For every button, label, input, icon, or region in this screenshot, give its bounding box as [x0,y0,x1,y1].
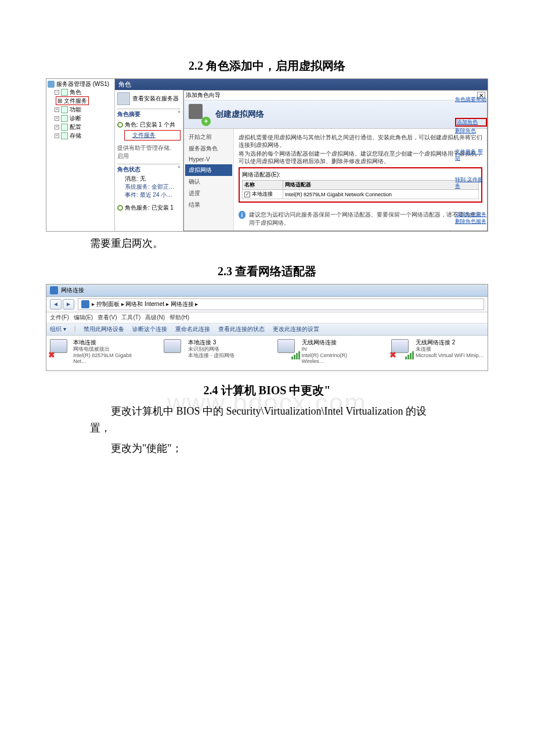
conn-status: 未识别的网络 [188,346,234,352]
tb-rename[interactable]: 重命名此连接 [175,325,210,333]
wizard-title: 添加角色向导 [186,91,221,99]
link-remove-role[interactable]: 删除角色 [455,128,487,134]
connection-item[interactable]: ✖无线网络连接 2未连接Microsoft Virtual WiFi Minip… [391,339,484,365]
wifi-bars-icon [405,351,414,359]
tb-change[interactable]: 更改此连接的设置 [273,325,319,333]
tree-features-label: 功能 [70,106,81,113]
conn-status: IN [302,346,370,352]
conn-adapter: Intel(R) Centrino(R) Wireles… [302,352,370,365]
breadcrumb[interactable]: ▸ 控制面板 ▸ 网络和 Internet ▸ 网络连接 ▸ [78,298,484,310]
tree-config[interactable]: +配置 [55,123,113,131]
link-add-role-service[interactable]: 添加角色服务 [455,211,487,218]
link-role-summary-help[interactable]: 角色摘要帮助 [455,96,487,103]
status-events[interactable]: 事件: 最近 24 小… [117,191,181,199]
connection-item[interactable]: 本地连接 3未识别的网络本地连接 - 虚拟网络 [164,339,257,365]
menu-edit[interactable]: 编辑(E) [74,314,93,322]
menu-file[interactable]: 文件(F) [50,314,69,322]
tb-status[interactable]: 查看此连接的状态 [218,325,265,333]
menu-view[interactable]: 查看(V) [98,314,117,322]
tb-organize[interactable]: 组织 ▾ [50,325,66,333]
tree-config-label: 配置 [70,123,81,131]
wizard-text-1: 虚拟机需要使用虚拟网络与其他计算机之间进行通信。安装此角色后，可以创建虚拟机并将… [239,134,482,149]
wizard-heading: 创建虚拟网络 [215,109,264,120]
body-2-4-a: 更改计算机中 BIOS 中的 Security\Virtualization\I… [0,403,534,437]
status-services[interactable]: 系统服务: 全部正… [117,183,181,191]
conn-title: 本地连接 [73,339,143,346]
add-role-wizard: 添加角色向导 ✕ + 创建虚拟网络 开始之前 服务器角色 Hyper-V 虚拟网… [183,90,488,231]
role-status-title: 角色状态 [117,166,140,172]
conn-adapter: 本地连接 - 虚拟网络 [188,352,234,359]
roles-header-bar: 角色 [115,79,488,90]
tree-roles[interactable]: −角色 [55,88,113,96]
tb-diagnose[interactable]: 诊断这个连接 [132,325,167,333]
step-virtual-network[interactable]: 虚拟网络 [185,164,232,176]
tree-features[interactable]: +功能 [55,105,113,114]
collapse-icon[interactable]: ˄ [178,165,181,172]
role-summary-header[interactable]: ˄角色摘要 [117,109,181,120]
adapter-row[interactable]: ✓本地连接 Intel(R) 82579LM Gigabit Network C… [243,190,479,199]
tree-diagnostics-label: 诊断 [70,114,81,122]
step-result[interactable]: 结果 [185,199,232,211]
network-icon: ✖ [50,339,70,358]
error-x-icon: ✖ [389,350,396,359]
roles-count-label: 角色: 已安装 1 个共 [125,121,175,129]
checkbox[interactable]: ✓ [244,192,250,197]
conn-title: 本地连接 3 [188,339,234,346]
menu-help[interactable]: 帮助(H) [169,314,189,322]
tree-root[interactable]: 服务器管理器 (WS1) [48,80,113,88]
conn-status: 网络电缆被拔出 [73,346,143,352]
tb-disable[interactable]: 禁用此网络设备 [84,325,124,333]
collapse-icon[interactable]: ˄ [178,110,181,117]
screenshot-server-manager: 服务器管理器 (WS1) −角色 ⊞ 文件服务 +功能 +诊断 +配置 +存储 … [46,78,488,232]
step-server-roles[interactable]: 服务器角色 [185,143,232,154]
tree-file-services-label: 文件服务 [64,98,87,104]
tree-roles-label: 角色 [70,88,81,96]
col-name[interactable]: 名称 [243,181,283,190]
link-file-services-help[interactable]: 文件服务 帮助 [455,149,487,161]
breadcrumb-text: ▸ 控制面板 ▸ 网络和 Internet ▸ 网络连接 ▸ [92,300,198,308]
wizard-note-text: 建议您为远程访问此服务器保留一个网络适配器。要要保留一个网络适配器，请不要选择它… [249,211,482,227]
network-icon [164,339,185,358]
toolbar: 组织 ▾ | 禁用此网络设备 诊断这个连接 重命名此连接 查看此连接的状态 更改… [46,323,488,336]
error-x-icon: ✖ [48,350,55,359]
wizard-text-2: 将为选择的每个网络适配器创建一个虚拟网络。建议您现在至少创建一个虚拟网络用于虚拟… [239,150,482,165]
col-adapter[interactable]: 网络适配器 [283,181,479,190]
link-goto-file-services[interactable]: 转到 文件服务 [455,177,487,189]
heading-2-2: 2.2 角色添加中，启用虚拟网络 [0,58,534,74]
adapters-label: 网络适配器(E): [242,171,479,179]
connection-item[interactable]: 无线网络连接INIntel(R) Centrino(R) Wireles… [277,339,370,365]
network-icon: ✖ [391,339,412,358]
folder-icon [81,300,89,308]
tree-root-label: 服务器管理器 (WS1) [56,80,109,88]
body-2-4-b: 更改为"使能"； [0,440,534,457]
wizard-icon: + [189,104,210,125]
menu-tools[interactable]: 工具(T) [121,314,140,322]
view-roles-label: 查看安装在服务器 [132,95,179,103]
forward-button[interactable]: ► [63,299,74,309]
tree-storage[interactable]: +存储 [55,131,113,140]
link-add-role[interactable]: 添加角色 [455,118,487,127]
file-services-link[interactable]: 文件服务 [124,130,181,141]
action-links: 角色摘要帮助 添加角色 删除角色 文件服务 帮助 转到 文件服务 添加角色服务 … [455,95,487,226]
link-remove-role-service[interactable]: 删除角色服务 [455,218,487,225]
back-button[interactable]: ◄ [50,299,62,309]
tree-diagnostics[interactable]: +诊断 [55,114,113,123]
conn-status: 未连接 [416,346,484,352]
tree-file-services[interactable]: ⊞ 文件服务 [56,96,89,105]
server-icon [117,92,130,105]
nav-buttons: ◄ ► [50,299,74,309]
plus-icon: + [201,117,211,126]
role-status-header[interactable]: ˄角色状态 [117,164,181,175]
step-hyperv[interactable]: Hyper-V [185,154,232,164]
status-dot-icon [117,122,123,128]
step-progress[interactable]: 进度 [185,188,232,199]
menu-advanced[interactable]: 高级(N) [145,314,165,322]
window-icon [50,286,58,294]
step-before[interactable]: 开始之前 [185,131,232,143]
role-services-installed: 角色服务: 已安装 1 [117,203,181,213]
connection-item[interactable]: ✖本地连接网络电缆被拔出Intel(R) 82579LM Gigabit Net… [50,339,143,365]
step-confirm[interactable]: 确认 [185,176,232,188]
role-summary-title: 角色摘要 [117,111,140,117]
connections-area: ✖本地连接网络电缆被拔出Intel(R) 82579LM Gigabit Net… [46,336,488,370]
help-text: 提供有助于管理存储、启用 [117,144,181,160]
